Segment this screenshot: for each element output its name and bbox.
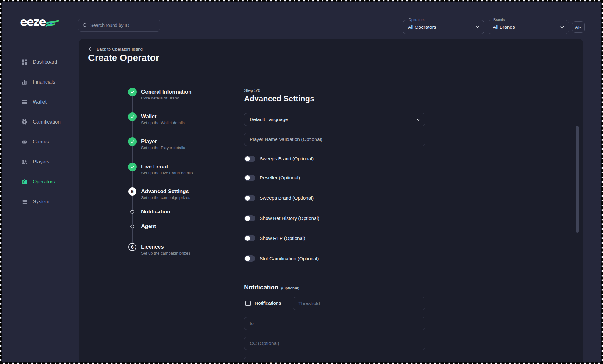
default-language-select[interactable]: Default Language: [244, 113, 425, 126]
sidebar-item-label: Wallet: [33, 99, 47, 105]
toggle-label: Reseller (Optional): [260, 175, 300, 181]
threshold-input[interactable]: [298, 301, 420, 306]
sidebar-item-label: System: [33, 199, 49, 205]
app-root: eeze Operators All Operators Brands: [1, 1, 602, 363]
operators-filter-select[interactable]: Operators All Operators: [403, 20, 484, 34]
toggle-label: Slot Gamification (Optional): [260, 256, 319, 261]
sidebar-item-gamification[interactable]: Gamification: [21, 116, 77, 128]
step-subtitle: Set up the Player details: [141, 145, 185, 150]
toggle-sweeps-brand-2[interactable]: Sweeps Brand (Optional): [244, 194, 314, 202]
toggle-switch-off[interactable]: [244, 175, 255, 181]
id-badge-icon: [21, 179, 27, 185]
toggle-switch-off[interactable]: [244, 255, 255, 262]
sidebar-item-label: Financials: [33, 79, 55, 85]
step-subtitle: Set up the Wallet details: [141, 120, 185, 125]
sidebar-item-label: Operators: [33, 179, 55, 185]
back-link-label: Back to Operators listing: [97, 47, 143, 51]
user-avatar-button[interactable]: AR: [572, 21, 585, 33]
cc-field: [244, 337, 425, 350]
arrow-left-icon: [88, 46, 94, 51]
toggle-switch-off[interactable]: [244, 195, 255, 201]
toggle-label: Show Bet History (Optional): [260, 216, 319, 221]
step-subtitle: Core details of Brand: [141, 96, 179, 100]
toggle-label: Sweeps Brand (Optional): [260, 156, 314, 162]
cc-input[interactable]: [250, 341, 420, 346]
gamepad-icon: [21, 139, 27, 145]
logo-wordmark: eeze: [20, 17, 46, 27]
step-title: Advanced Settings: [141, 188, 189, 195]
step-bullet-icon: [130, 210, 134, 214]
step-check-icon: [128, 112, 137, 121]
sidebar-item-financials[interactable]: Financials: [21, 76, 77, 88]
to-input[interactable]: [250, 321, 420, 326]
search-icon: [82, 23, 87, 28]
players-icon: [21, 159, 27, 165]
chevron-down-icon: [476, 26, 479, 28]
sidebar-item-players[interactable]: Players: [21, 156, 77, 168]
dashboard-icon: [21, 59, 27, 65]
screenshot-viewport: eeze Operators All Operators Brands: [0, 0, 603, 364]
notification-title: Notification: [244, 284, 278, 291]
toggle-label: Show RTP (Optional): [260, 235, 305, 241]
step-number-badge: 6: [128, 243, 136, 251]
toggle-slot-gamification[interactable]: Slot Gamification (Optional): [244, 255, 319, 262]
system-icon: [21, 199, 27, 205]
step-title: Wallet: [141, 114, 156, 120]
toggle-label: Sweeps Brand (Optional): [260, 195, 314, 201]
step-title: Licences: [141, 244, 164, 250]
page-title: Create Operator: [88, 52, 159, 63]
chevron-down-icon: [560, 26, 564, 28]
search-input[interactable]: [90, 23, 156, 28]
logo-swoosh-icon: [46, 19, 61, 27]
toggle-sweeps-brand-1[interactable]: Sweeps Brand (Optional): [244, 155, 314, 163]
player-name-validation-input[interactable]: [250, 137, 420, 142]
operators-filter-label: Operators: [407, 18, 426, 22]
search-box[interactable]: [78, 19, 160, 32]
chevron-down-icon: [416, 119, 420, 121]
notification-optional-suffix: (Optional): [281, 286, 299, 290]
form-section-title: Advanced Settings: [244, 94, 314, 103]
step-subtitle: Set up the Live Fraud details: [141, 171, 193, 175]
checkbox-unchecked[interactable]: [245, 301, 251, 306]
toggle-show-rtp[interactable]: Show RTP (Optional): [244, 235, 305, 242]
brands-filter-value: All Brands: [488, 20, 569, 34]
player-name-validation-field: [244, 133, 425, 146]
sidebar-item-games[interactable]: Games: [21, 136, 77, 148]
sidebar-item-system[interactable]: System: [21, 196, 77, 208]
gamification-icon: [21, 119, 27, 125]
header-divider: [79, 73, 583, 73]
bcc-input[interactable]: [250, 361, 420, 363]
step-title: Agent: [141, 223, 156, 230]
step-check-icon: [128, 88, 137, 96]
brands-filter-select[interactable]: Brands All Brands: [488, 20, 569, 34]
back-to-operators-link[interactable]: Back to Operators listing: [88, 46, 143, 51]
sidebar-item-label: Games: [33, 139, 49, 145]
sidebar-item-dashboard[interactable]: Dashboard: [21, 56, 77, 68]
threshold-field: [293, 297, 425, 310]
create-operator-card: Back to Operators listing Create Operato…: [79, 39, 583, 363]
to-field: [244, 317, 425, 330]
eeze-logo: eeze: [20, 17, 61, 27]
toggle-show-bet-history[interactable]: Show Bet History (Optional): [244, 215, 319, 222]
notifications-checkbox-row[interactable]: Notifications: [245, 300, 281, 306]
step-title: Player: [141, 138, 157, 145]
notifications-checkbox-label: Notifications: [255, 300, 281, 306]
sidebar-item-wallet[interactable]: Wallet: [21, 96, 77, 108]
brands-filter-label: Brands: [492, 18, 507, 22]
default-language-value: Default Language: [250, 117, 288, 122]
step-check-icon: [128, 137, 137, 146]
toggle-switch-off[interactable]: [244, 235, 255, 241]
sidebar-item-label: Players: [33, 159, 49, 165]
toggle-switch-off[interactable]: [244, 156, 255, 162]
step-check-icon: [128, 163, 137, 171]
toggle-reseller[interactable]: Reseller (Optional): [244, 174, 300, 182]
sidebar-item-operators[interactable]: Operators: [21, 176, 77, 188]
toggle-switch-off[interactable]: [244, 215, 255, 221]
step-bullet-icon: [130, 225, 134, 228]
vertical-scrollbar-thumb[interactable]: [576, 126, 579, 233]
step-title: Notification: [141, 209, 170, 215]
step-subtitle: Set up the campaign prizes: [141, 251, 190, 255]
step-title: General Information: [141, 89, 192, 95]
step-subtitle: Set up the campaign prizes: [141, 195, 190, 200]
notification-section-heading: Notification (Optional): [244, 284, 299, 291]
